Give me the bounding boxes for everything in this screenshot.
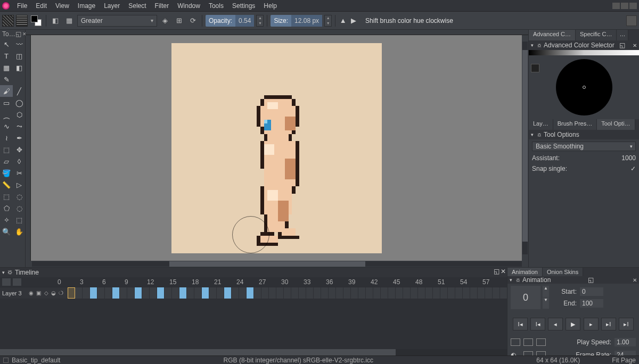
tool-crop[interactable]: ⬚ <box>0 144 13 155</box>
last-color-swatch[interactable] <box>531 64 539 72</box>
reload-icon[interactable]: ⟳ <box>187 15 199 27</box>
tool-line[interactable]: ╱ <box>13 85 26 97</box>
tool-knife[interactable]: ✂ <box>13 167 26 179</box>
lock-icon[interactable]: ⛭ <box>515 277 521 283</box>
tool-perspective[interactable]: ◊ <box>13 155 26 167</box>
frame-cell[interactable] <box>284 287 291 299</box>
frame-tick[interactable]: 39 <box>348 278 355 286</box>
color-selector[interactable] <box>529 50 639 119</box>
opacity-field[interactable]: Opacity: 0.54 <box>206 15 254 27</box>
close-icon[interactable]: ✕ <box>633 43 637 48</box>
frame-cell[interactable] <box>261 287 269 299</box>
frame-cell[interactable] <box>299 287 306 299</box>
zoom-timeline-icon[interactable] <box>13 278 21 286</box>
selection-indicator-icon[interactable] <box>3 358 9 363</box>
mirror-h-icon[interactable]: ▲ <box>339 15 347 26</box>
layer-name[interactable]: Layer 3 <box>2 290 28 296</box>
eraser-toggle-icon[interactable]: ◧ <box>50 15 61 27</box>
menu-layer[interactable]: Layer <box>100 1 124 11</box>
add-blank-frame-icon[interactable] <box>511 338 520 346</box>
frame-tick[interactable]: 30 <box>281 278 288 286</box>
opacity-spinner[interactable]: ▲▼ <box>256 15 264 27</box>
menu-window[interactable]: Window <box>173 1 204 11</box>
frame-cell[interactable] <box>90 287 97 299</box>
close-icon[interactable] <box>629 3 637 9</box>
size-field[interactable]: Size: 12.08 px <box>271 15 322 27</box>
canvas-viewport[interactable] <box>31 35 522 261</box>
mirror-v-icon[interactable]: ▶ <box>349 15 358 26</box>
frame-cell[interactable] <box>425 287 433 299</box>
frame-cell[interactable] <box>336 287 343 299</box>
menu-settings[interactable]: Settings <box>228 1 259 11</box>
size-spinner[interactable]: ▲▼ <box>324 15 332 27</box>
timeline-scrollbar[interactable] <box>0 349 507 355</box>
float-icon[interactable]: ◱ <box>588 276 594 284</box>
frame-cell[interactable] <box>455 287 463 299</box>
tool-rect[interactable]: ▭ <box>0 97 13 109</box>
frame-tick[interactable]: 12 <box>147 278 154 286</box>
ruler-horizontal[interactable] <box>26 30 528 35</box>
del-frame-icon[interactable] <box>536 338 546 346</box>
frame-cell[interactable] <box>142 287 150 299</box>
frame-cell[interactable] <box>179 287 187 299</box>
tab-layers[interactable]: Lay… <box>529 119 553 130</box>
frame-cell[interactable] <box>127 287 135 299</box>
frame-cell[interactable] <box>314 287 321 299</box>
frame-cell[interactable] <box>150 287 157 299</box>
frame-cell[interactable] <box>433 287 440 299</box>
canvas[interactable] <box>171 43 382 253</box>
tool-pointer[interactable]: ↖ <box>0 38 13 50</box>
frame-tick[interactable]: 36 <box>326 278 333 286</box>
next-frame-button[interactable]: ▸ <box>584 318 599 330</box>
tool-calligraphy[interactable]: ✒ <box>13 132 26 144</box>
color-selector-header[interactable]: ⛭ Advanced Color Selector ◱ ✕ <box>529 40 639 50</box>
tool-polyline[interactable]: ⁔ <box>0 109 13 120</box>
last-frame-button[interactable]: ▸I <box>619 318 634 330</box>
frame-cell[interactable] <box>172 287 179 299</box>
tool-dropper[interactable]: ✎ <box>0 73 13 85</box>
frame-cell[interactable] <box>478 287 485 299</box>
pattern-swatch-2[interactable] <box>16 15 28 27</box>
close-icon[interactable]: ✕ <box>501 268 506 275</box>
menu-image[interactable]: Image <box>73 1 100 11</box>
frame-cell[interactable] <box>306 287 314 299</box>
menu-file[interactable]: File <box>13 1 31 11</box>
frame-cell[interactable] <box>381 287 388 299</box>
frame-cell[interactable] <box>75 287 83 299</box>
frame-cell[interactable] <box>276 287 284 299</box>
frame-cell[interactable] <box>358 287 366 299</box>
frame-cell[interactable] <box>112 287 120 299</box>
play-button[interactable]: ▶ <box>566 318 580 330</box>
tab-animation[interactable]: Animation <box>507 268 543 276</box>
frame-cell[interactable] <box>321 287 329 299</box>
eye-icon[interactable]: ◉ <box>28 289 35 296</box>
frame-tick[interactable]: 42 <box>371 278 378 286</box>
frame-cell[interactable] <box>493 287 500 299</box>
frame-cell[interactable] <box>83 287 90 299</box>
frame-cell[interactable] <box>97 287 105 299</box>
tool-select-free[interactable]: ◌ <box>13 202 26 214</box>
add-layer-icon[interactable] <box>2 278 11 286</box>
menu-tools[interactable]: Tools <box>204 1 228 11</box>
frame-cell[interactable] <box>105 287 112 299</box>
frame-cell[interactable] <box>448 287 455 299</box>
tool-pattern[interactable]: ▦ <box>0 62 13 73</box>
tool-select-similar[interactable]: ⬚ <box>13 214 26 226</box>
ruler-vertical[interactable] <box>26 35 31 261</box>
frame-tick[interactable]: 45 <box>393 278 400 286</box>
frame-cell[interactable] <box>217 287 224 299</box>
tool-colorpicker[interactable]: ◧ <box>13 62 26 73</box>
lock-icon[interactable]: ⛭ <box>537 132 542 138</box>
current-frame-display[interactable]: 0 <box>511 286 540 309</box>
timeline-frames[interactable] <box>68 287 507 299</box>
fg-bg-swatch[interactable] <box>30 14 43 27</box>
bulb-icon[interactable]: ❍ <box>58 289 64 296</box>
pattern-swatch-1[interactable] <box>2 15 14 27</box>
frame-tick[interactable]: 33 <box>304 278 310 286</box>
tool-ruler[interactable]: ▷ <box>13 179 26 191</box>
menu-view[interactable]: View <box>51 1 73 11</box>
frame-cell[interactable] <box>187 287 194 299</box>
tool-bezier[interactable]: ∿ <box>0 120 13 132</box>
tool-move[interactable]: ✥ <box>13 144 26 155</box>
tool-select-rect[interactable]: ⬚ <box>0 191 13 202</box>
